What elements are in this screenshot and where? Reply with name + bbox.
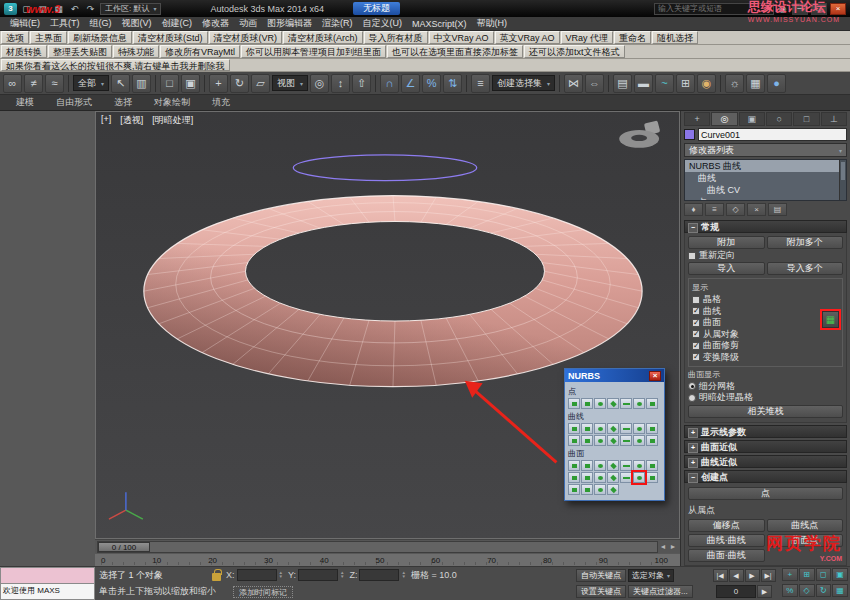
viewport-nav-icon[interactable]: ↻ (816, 584, 832, 597)
menu-item[interactable]: 自定义(U) (358, 17, 408, 30)
open-file-icon[interactable]: ▤ (36, 3, 49, 15)
select-and-manipulate-icon[interactable]: ↕ (331, 74, 350, 93)
import-button[interactable]: 导入多个 (767, 262, 844, 275)
z-input[interactable] (359, 569, 399, 581)
display-checkbox-row[interactable]: 变换降级 (692, 352, 839, 362)
ribbon-tab[interactable]: 自由形式 (46, 95, 102, 110)
nurbs-tool-icon[interactable] (594, 460, 606, 471)
next-frame-icon[interactable]: ▶ (757, 585, 772, 598)
bind-to-space-warp-icon[interactable]: ≈ (45, 74, 64, 93)
menu-item[interactable]: 图形编辑器 (262, 17, 317, 30)
rectangular-selection-icon[interactable]: □ (160, 74, 179, 93)
point-button[interactable]: 点 (688, 487, 843, 500)
nurbs-tool-icon[interactable] (594, 398, 606, 409)
maximize-button[interactable]: □ (811, 3, 827, 15)
time-tag-field[interactable]: 添加时间标记 (233, 586, 293, 598)
auto-key-button[interactable]: 自动关键点 (576, 569, 626, 582)
checkbox-icon[interactable] (688, 252, 696, 260)
script-button[interactable]: 你可以用脚本管理项目加到组里面 (241, 45, 386, 58)
play-icon[interactable]: ▶ (745, 569, 760, 582)
select-by-name-icon[interactable]: ▥ (132, 74, 151, 93)
checkbox-icon[interactable] (692, 342, 700, 350)
surface-display-radio-row[interactable]: 明暗处理晶格 (688, 393, 843, 403)
nurbs-tool-icon[interactable] (581, 472, 593, 483)
render-setup-icon[interactable]: ☼ (725, 74, 744, 93)
key-filters-button[interactable]: 关键点过滤器... (628, 585, 693, 598)
modifier-stack-item[interactable]: NURBS 曲线 (685, 160, 846, 172)
goto-start-icon[interactable]: |◀ (713, 569, 728, 582)
perspective-viewport[interactable]: [+] [透视] [明暗处理] (95, 111, 680, 539)
close-button[interactable]: × (830, 3, 846, 15)
stack-toolbar-icon[interactable]: ▤ (768, 203, 787, 216)
rollout-header-create-points[interactable]: 创建点 (684, 470, 847, 483)
track-bar[interactable]: 0102030405060708090100 (95, 553, 680, 566)
menu-item[interactable]: 视图(V) (117, 17, 157, 30)
script-button[interactable]: 英文VRay AO (495, 31, 560, 44)
dependent-point-button[interactable]: 偏移点 (688, 519, 765, 532)
command-panel-tab-icon[interactable]: ▣ (739, 112, 765, 126)
nurbs-tool-icon[interactable] (620, 398, 632, 409)
close-icon[interactable]: × (649, 371, 661, 381)
script-button[interactable]: 随机选择 (652, 31, 698, 44)
nurbs-creation-toolbox-button[interactable]: ▦ (822, 311, 839, 328)
nurbs-tool-icon[interactable] (646, 398, 658, 409)
use-pivot-center-icon[interactable]: ◎ (310, 74, 329, 93)
viewport-nav-icon[interactable]: + (782, 568, 798, 581)
script-button[interactable]: 选项 (1, 31, 29, 44)
script-button[interactable]: 还可以添加txt文件格式 (524, 45, 625, 58)
stack-toolbar-icon[interactable]: × (747, 203, 766, 216)
spinner-icon[interactable]: ▲▼ (279, 571, 283, 580)
nurbs-tool-icon[interactable] (594, 484, 606, 495)
ribbon-toggle-icon[interactable]: ▬ (634, 74, 653, 93)
layer-manager-icon[interactable]: ▤ (613, 74, 632, 93)
menu-item[interactable]: 组(G) (85, 17, 117, 30)
spinner-snap-icon[interactable]: ⇅ (443, 74, 462, 93)
window-crossing-icon[interactable]: ▣ (181, 74, 200, 93)
app-logo-icon[interactable]: 3 (4, 3, 17, 15)
script-button[interactable]: VRay 代理 (561, 31, 614, 44)
align-icon[interactable]: ⇔ (585, 74, 604, 93)
nurbs-tool-icon[interactable] (620, 423, 632, 434)
curve-editor-icon[interactable]: ~ (655, 74, 674, 93)
menu-item[interactable]: MAXScript(X) (407, 19, 472, 29)
minimize-button[interactable]: ─ (792, 3, 808, 15)
script-button[interactable]: 特殊功能 (113, 45, 159, 58)
selection-lock-icon[interactable] (212, 573, 221, 581)
viewport-menu-plus[interactable]: [+] (101, 114, 111, 127)
script-button[interactable]: 材质转换 (1, 45, 47, 58)
render-production-icon[interactable]: ● (767, 74, 786, 93)
select-object-icon[interactable]: ↖ (111, 74, 130, 93)
checkbox-icon[interactable] (692, 307, 700, 315)
menu-item[interactable]: 帮助(H) (472, 17, 513, 30)
material-editor-icon[interactable]: ◉ (697, 74, 716, 93)
reference-coordinate-dropdown[interactable]: 视图 ▾ (272, 75, 308, 91)
stack-toolbar-icon[interactable]: ♦ (684, 203, 703, 216)
y-input[interactable] (298, 569, 338, 581)
viewport-nav-icon[interactable]: ▦ (832, 584, 848, 597)
display-checkbox-row[interactable]: 从属对象 (692, 329, 839, 339)
redo-icon[interactable]: ↷ (84, 3, 97, 15)
keyboard-override-icon[interactable]: ⇧ (352, 74, 371, 93)
named-selection-sets-dropdown[interactable]: 创建选择集 ▾ (492, 75, 555, 91)
previous-frame-icon[interactable]: ◀ (729, 569, 744, 582)
radio-icon[interactable] (688, 382, 696, 390)
display-checkbox-row[interactable]: 曲线 (692, 306, 839, 316)
nurbs-tool-icon[interactable] (607, 398, 619, 409)
rollout-header-general[interactable]: 常规 (684, 220, 847, 233)
stack-toolbar-icon[interactable]: ≡ (705, 203, 724, 216)
checkbox-icon[interactable] (692, 330, 700, 338)
nurbs-tool-icon[interactable] (581, 460, 593, 471)
select-and-scale-icon[interactable]: ▱ (251, 74, 270, 93)
script-button[interactable]: 也可以在选项里面直接添加标签 (387, 45, 523, 58)
nurbs-tool-icon[interactable] (633, 435, 645, 446)
nurbs-tool-icon[interactable] (581, 423, 593, 434)
script-joke-button[interactable]: 如果你看着这么长的按钮很不爽,请右键单击我并删除我 (1, 59, 230, 71)
attach-button[interactable]: 附加多个 (767, 236, 844, 249)
import-button[interactable]: 导入 (688, 262, 765, 275)
radio-icon[interactable] (688, 394, 696, 402)
spinner-icon[interactable]: ▲▼ (340, 571, 344, 580)
selection-filter-dropdown[interactable]: 全部 ▾ (73, 75, 109, 91)
checkbox-icon[interactable] (692, 319, 700, 327)
script-button[interactable]: 刷新场景信息 (68, 31, 132, 44)
maxscript-mini-listener[interactable]: 欢迎使用 MAXS (0, 567, 95, 600)
